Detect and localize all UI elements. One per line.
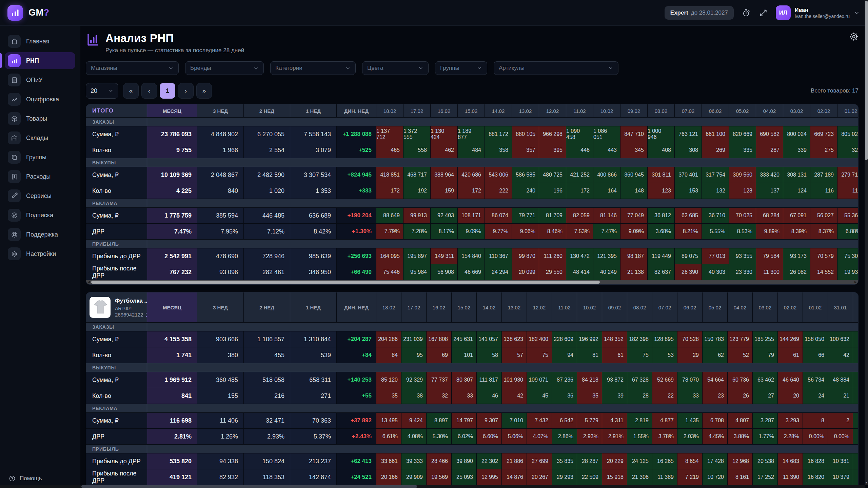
sidebar-item-wrench[interactable]: Сервисы bbox=[5, 187, 75, 204]
section-label: ЗАКАЗЫ bbox=[86, 117, 147, 126]
day-value: 124 bbox=[783, 183, 810, 199]
timer-icon[interactable] bbox=[742, 8, 751, 17]
chevron-down-icon bbox=[608, 65, 613, 71]
day-value: 20 099 bbox=[512, 264, 539, 280]
day-value: 16 828 bbox=[803, 453, 828, 469]
day-value: 35 835 bbox=[552, 453, 577, 469]
column-header-date: 17.02 bbox=[401, 292, 427, 322]
total-products-label: Всего товаров: 17 bbox=[811, 87, 859, 94]
day-value: 308 bbox=[675, 142, 702, 158]
day-value: 86 074 bbox=[485, 207, 512, 223]
day-value: 543 006 bbox=[485, 167, 512, 183]
section-label: РЕКЛАМА bbox=[86, 199, 147, 207]
fullscreen-icon[interactable] bbox=[759, 8, 768, 17]
user-menu[interactable]: ИЛ Иван ivan.the.seller@yandex.ru bbox=[776, 5, 860, 20]
filter-dropdown-2[interactable]: Бренды bbox=[185, 61, 264, 75]
filter-dropdown-6[interactable]: Артикулы bbox=[494, 61, 618, 75]
day-value: 167 808 bbox=[427, 331, 452, 347]
column-header-date: 08.02 bbox=[648, 104, 675, 117]
page-settings-gear-icon[interactable] bbox=[849, 32, 859, 41]
table-header-row: Футболка ...ART0012696942122МЕСЯЦ3 НЕД2 … bbox=[86, 292, 858, 322]
column-header-date: 05.02 bbox=[729, 104, 756, 117]
week-dynamic-value: +2.43% bbox=[337, 428, 376, 444]
day-value: 462 bbox=[431, 142, 458, 158]
day-value: 33 661 bbox=[376, 453, 401, 469]
day-value: 763 121 bbox=[675, 126, 702, 142]
day-value bbox=[853, 372, 859, 388]
day-value: 23 bbox=[703, 388, 728, 404]
week-dynamic-value: +190 204 bbox=[337, 207, 376, 223]
prev-page-button[interactable]: ‹ bbox=[141, 83, 157, 99]
sidebar-item-label: Оцифровка bbox=[26, 96, 59, 103]
day-value: 75 bbox=[527, 347, 552, 363]
day-value: 78 070 bbox=[677, 372, 703, 388]
product-external-link[interactable]: 2696942122 bbox=[115, 312, 147, 318]
page-vertical-scrollbar[interactable]: ▼ bbox=[865, 0, 868, 485]
day-value: 279 719 bbox=[837, 167, 859, 183]
sidebar-item-home[interactable]: Главная bbox=[5, 33, 75, 50]
sidebar-item-support[interactable]: Поддержка bbox=[5, 226, 75, 243]
sidebar-item-label: Поддержка bbox=[26, 231, 58, 238]
filter-dropdown-4[interactable]: Цвета bbox=[362, 61, 429, 75]
sidebar-item-box[interactable]: Товары bbox=[5, 110, 75, 127]
day-value: 2.86% bbox=[552, 428, 577, 444]
filter-dropdown-1[interactable]: Магазины bbox=[86, 61, 179, 75]
sidebar-item-label: Товары bbox=[26, 115, 47, 122]
sidebar-item-warehouse[interactable]: Склады bbox=[5, 129, 75, 146]
column-header-date: 10.02 bbox=[593, 104, 620, 117]
page-size-value: 20 bbox=[91, 87, 97, 95]
day-value: 7 010 bbox=[502, 412, 527, 428]
sidebar-item-trend[interactable]: Оцифровка bbox=[5, 91, 75, 108]
chevron-down-icon bbox=[345, 65, 351, 71]
sidebar-item-ruble[interactable]: Подписка bbox=[5, 207, 75, 224]
page-size-select[interactable]: 20 bbox=[86, 83, 118, 99]
metric-row: Сумма, ₽23 786 0934 848 9026 270 0557 55… bbox=[86, 126, 858, 142]
week-value: 118 353 bbox=[244, 469, 290, 485]
day-value: 101 930 bbox=[502, 372, 527, 388]
next-page-button[interactable]: › bbox=[178, 83, 194, 99]
day-value: 81 709 bbox=[539, 207, 566, 223]
sidebar-item-help[interactable]: Помощь bbox=[9, 475, 42, 482]
sidebar-item-bars[interactable]: РНП bbox=[5, 52, 75, 69]
day-value: 7.28% bbox=[403, 223, 431, 239]
day-value: 7.79% bbox=[376, 223, 403, 239]
plan-badge[interactable]: Expertдо 28.01.2027 bbox=[665, 6, 734, 20]
metric-row: Сумма, ₽1 775 759385 594446 485636 689+1… bbox=[86, 207, 858, 223]
day-value: 690 582 bbox=[756, 126, 783, 142]
filter-dropdown-3[interactable]: Категории bbox=[270, 61, 356, 75]
column-header-date: 13.02 bbox=[512, 104, 539, 117]
day-value: 67 091 bbox=[783, 207, 810, 223]
day-value: 6 708 bbox=[703, 412, 728, 428]
day-value: 26 bbox=[728, 388, 753, 404]
day-value: 287 189 bbox=[810, 167, 837, 183]
table-horizontal-scrollbar[interactable]: ◀▶ bbox=[86, 280, 858, 284]
sidebar-item-folders[interactable]: Группы bbox=[5, 149, 75, 166]
section-row: ПРИБЫЛЬ bbox=[86, 239, 858, 248]
day-value: 172 bbox=[458, 183, 485, 199]
first-page-button[interactable]: « bbox=[123, 83, 139, 99]
row-label: Сумма, ₽ bbox=[86, 412, 147, 428]
day-value: 39 bbox=[602, 388, 627, 404]
month-value: 23 786 093 bbox=[147, 126, 197, 142]
sidebar-item-doc[interactable]: ОПиУ bbox=[5, 72, 75, 88]
scroll-left-arrow[interactable]: ◀ bbox=[86, 280, 91, 284]
scroll-right-arrow[interactable]: ▶ bbox=[853, 280, 858, 284]
filter-dropdown-5[interactable]: Группы bbox=[435, 61, 487, 75]
sidebar-item-gear[interactable]: Настройки bbox=[5, 245, 75, 262]
day-value: 24 bbox=[803, 388, 828, 404]
day-value: 141 057 bbox=[477, 331, 502, 347]
day-value: 138 623 bbox=[502, 331, 527, 347]
day-value: 22 bbox=[652, 388, 677, 404]
row-label: Прибыль после ДРР bbox=[86, 469, 147, 485]
page-1-button[interactable]: 1 bbox=[160, 83, 175, 99]
sidebar-item-receipt[interactable]: Расходы bbox=[5, 168, 75, 185]
page-horizontal-scrollbar[interactable] bbox=[0, 485, 865, 488]
product-image[interactable] bbox=[90, 297, 111, 318]
last-page-button[interactable]: » bbox=[196, 83, 212, 99]
day-value: 46 bbox=[477, 388, 502, 404]
day-value: 421 252 bbox=[566, 167, 593, 183]
day-value: 148 bbox=[620, 183, 648, 199]
app-logo[interactable]: GM? bbox=[0, 5, 50, 21]
day-value: 480 725 bbox=[539, 167, 566, 183]
scrollbar-thumb[interactable] bbox=[91, 281, 600, 284]
